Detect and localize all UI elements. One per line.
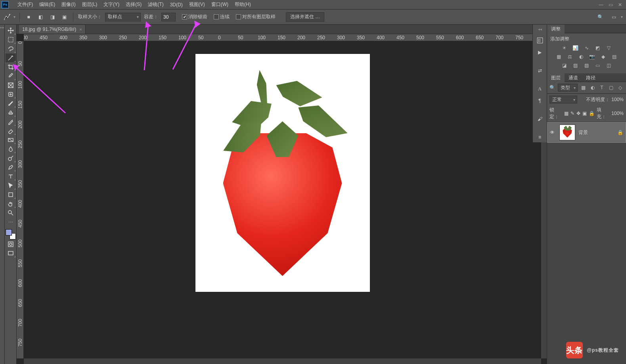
window-minimize-button[interactable]: — [597, 1, 605, 8]
magic-wand-tool[interactable] [6, 54, 16, 62]
selection-add-icon[interactable]: ◧ [36, 12, 45, 22]
sample-size-dropdown[interactable]: 取样点 [105, 13, 141, 21]
bw-adjustment-icon[interactable]: ◐ [577, 54, 585, 60]
zoom-tool[interactable] [6, 209, 16, 217]
hand-tool[interactable] [6, 199, 16, 208]
invert-adjustment-icon[interactable]: ◪ [561, 62, 569, 69]
crop-tool[interactable] [6, 63, 16, 71]
selection-new-icon[interactable]: ■ [24, 12, 33, 22]
close-tab-icon[interactable]: × [79, 27, 82, 32]
menu-type[interactable]: 文字(Y) [100, 0, 123, 10]
filter-type-icon[interactable]: T [598, 84, 605, 91]
posterize-icon[interactable]: ▨ [572, 62, 580, 69]
move-tool[interactable] [6, 26, 16, 35]
antialias-checkbox[interactable]: 消除锯齿 [182, 13, 207, 20]
blur-tool[interactable] [6, 145, 16, 153]
menu-help[interactable]: 帮助(H) [232, 0, 254, 10]
actions-panel-icon[interactable]: ▶ [534, 47, 546, 57]
photo-filter-icon[interactable]: 📷 [588, 54, 596, 60]
lasso-tool[interactable] [6, 44, 16, 53]
opacity-value[interactable]: 100% [611, 97, 624, 102]
pen-tool[interactable] [6, 163, 16, 172]
curves-adjustment-icon[interactable]: ∿ [583, 45, 591, 51]
quick-mask-icon[interactable] [6, 240, 16, 249]
exposure-adjustment-icon[interactable]: ◩ [594, 45, 602, 51]
selective-color-icon[interactable]: ◫ [605, 62, 613, 69]
type-tool[interactable] [6, 172, 16, 181]
menu-layer[interactable]: 图层(L) [79, 0, 101, 10]
layer-filter-dropdown[interactable]: 类型 [558, 84, 578, 92]
filter-pixel-icon[interactable]: ▩ [580, 84, 587, 91]
menu-edit[interactable]: 编辑(E) [36, 0, 58, 10]
document-tab[interactable]: 18.jpg @ 91.7%(RGB/8#) × [19, 25, 86, 34]
color-balance-icon[interactable]: ⚖ [566, 54, 574, 60]
layers-tab[interactable]: 图层 [547, 73, 565, 82]
paragraph-panel-icon[interactable]: ¶ [534, 96, 546, 106]
horizontal-scrollbar[interactable] [24, 358, 541, 364]
menu-select[interactable]: 选择(S) [123, 0, 145, 10]
gradient-map-icon[interactable]: ▭ [594, 62, 602, 69]
lock-position-icon[interactable]: ✥ [576, 111, 580, 116]
menu-filter[interactable]: 滤镜(T) [145, 0, 167, 10]
clone-stamp-tool[interactable] [6, 108, 16, 117]
adjustments-panel-tab[interactable]: 调整 [547, 25, 626, 33]
blend-mode-dropdown[interactable]: 正常 [549, 96, 577, 103]
properties-panel-icon[interactable]: ⇄ [534, 65, 546, 76]
dodge-tool[interactable] [6, 154, 16, 163]
layer-thumbnail[interactable] [559, 125, 575, 140]
visibility-toggle-icon[interactable]: 👁 [550, 130, 556, 135]
shape-tool[interactable] [6, 190, 16, 199]
current-tool-icon[interactable] [3, 13, 11, 21]
vibrance-adjustment-icon[interactable]: ▽ [605, 45, 613, 51]
lock-all-icon[interactable]: 🔒 [589, 111, 595, 116]
frame-tool[interactable] [6, 81, 16, 90]
workspace-switcher-icon[interactable]: ▭ [609, 12, 618, 22]
menu-image[interactable]: 图像(I) [58, 0, 78, 10]
layer-row[interactable]: 👁 背景 🔒 [547, 122, 626, 143]
menu-view[interactable]: 视图(V) [186, 0, 208, 10]
tolerance-input[interactable] [161, 13, 176, 21]
search-icon[interactable]: 🔍 [597, 14, 603, 20]
all-layers-checkbox[interactable]: 对所有图层取样 [236, 13, 276, 20]
brush-panel-icon[interactable]: 🖌 [534, 114, 546, 124]
menu-file[interactable]: 文件(F) [14, 0, 36, 10]
layer-name[interactable]: 背景 [578, 129, 588, 136]
brush-tool[interactable] [6, 99, 16, 108]
info-panel-icon[interactable]: ≡ [534, 132, 546, 142]
filter-smart-icon[interactable]: ◇ [617, 84, 624, 91]
window-close-button[interactable]: ✕ [616, 1, 624, 8]
paths-tab[interactable]: 路径 [582, 73, 599, 82]
history-panel-icon[interactable] [534, 35, 546, 46]
healing-brush-tool[interactable] [6, 90, 16, 99]
eraser-tool[interactable] [6, 126, 16, 135]
character-panel-icon[interactable]: A [534, 84, 546, 94]
dock-grip[interactable]: ◂◂ [538, 27, 542, 31]
fill-value[interactable]: 100% [611, 111, 624, 116]
canvas-area[interactable] [24, 41, 541, 358]
window-restore-button[interactable]: ▭ [606, 1, 615, 8]
channels-tab[interactable]: 通道 [565, 73, 582, 82]
document-canvas[interactable] [195, 54, 370, 292]
history-brush-tool[interactable] [6, 117, 16, 126]
gradient-tool[interactable] [6, 136, 16, 144]
menu-3d[interactable]: 3D(D) [167, 0, 186, 9]
selection-intersect-icon[interactable]: ▣ [59, 12, 69, 22]
hue-adjustment-icon[interactable]: ▦ [555, 54, 563, 60]
brightness-adjustment-icon[interactable]: ☀ [561, 45, 569, 51]
lock-transparent-icon[interactable]: ▦ [564, 111, 569, 116]
selection-subtract-icon[interactable]: ◨ [48, 12, 57, 22]
color-lookup-icon[interactable]: ▤ [611, 54, 618, 60]
contiguous-checkbox[interactable]: 连续 [214, 13, 230, 20]
channel-mixer-icon[interactable]: ◆ [599, 54, 607, 60]
lock-artboard-icon[interactable]: ▣ [582, 111, 587, 116]
lock-pixels-icon[interactable]: ✎ [570, 111, 574, 116]
eyedropper-tool[interactable] [6, 72, 16, 80]
threshold-icon[interactable]: ▧ [583, 62, 591, 69]
path-selection-tool[interactable] [6, 181, 16, 190]
levels-adjustment-icon[interactable]: 📊 [572, 45, 580, 51]
filter-adjust-icon[interactable]: ◐ [589, 84, 596, 91]
marquee-tool[interactable] [6, 35, 16, 44]
select-and-mask-button[interactable]: 选择并遮住 … [286, 12, 324, 22]
filter-shape-icon[interactable]: ▢ [608, 84, 615, 91]
color-swatches[interactable] [6, 229, 16, 239]
